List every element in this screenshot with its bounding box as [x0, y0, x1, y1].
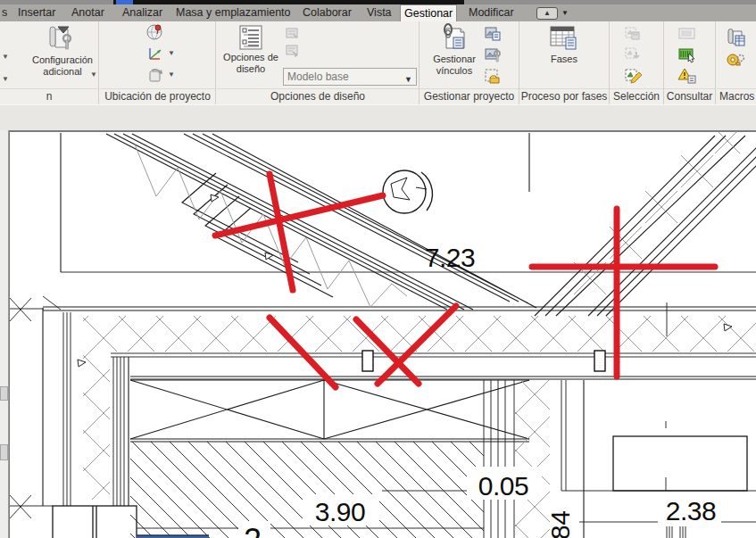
- tab-analizar[interactable]: Analizar: [119, 4, 166, 21]
- additional-settings-label-line2: adicional: [43, 66, 81, 78]
- decal-icon[interactable]: [484, 68, 502, 84]
- panel-manage-project-label[interactable]: Gestionar proyecto: [420, 88, 519, 104]
- manage-links-label-line1: Gestionar: [433, 54, 476, 65]
- drawing-canvas[interactable]: 7.23 0.05 3.90 2.38 84 2: [9, 130, 756, 538]
- macro-security-icon[interactable]: [726, 52, 744, 68]
- panel-phasing-label[interactable]: Proceso por fases: [519, 88, 609, 104]
- select-by-id-icon[interactable]: [677, 46, 695, 62]
- tab-insertar[interactable]: Insertar: [14, 4, 59, 21]
- subribbon-strip: [0, 104, 756, 131]
- manage-images-icon[interactable]: [484, 46, 502, 62]
- ribbon-tab-bar: s Insertar Anotar Analizar Masa y emplaz…: [0, 4, 756, 21]
- additional-settings-button[interactable]: Configuración adicional: [27, 24, 98, 78]
- design-options-label-line1: Opciones de: [223, 52, 278, 63]
- dim-label-small: 0.05: [478, 471, 528, 501]
- detail-callout-symbol[interactable]: [383, 170, 432, 213]
- dim-label-roof: 7.23: [425, 243, 475, 272]
- position-dropdown-icon[interactable]: ▼: [168, 70, 175, 79]
- clipped-dropdown-icon[interactable]: ▼: [2, 53, 9, 61]
- panel-inquiry-label[interactable]: Consultar: [664, 88, 715, 104]
- design-options-button[interactable]: Opciones de diseño: [220, 23, 282, 75]
- red-markup-strokes: [215, 174, 715, 387]
- panel-manage-project: Gestionar vínculos: [420, 21, 519, 104]
- phases-icon: [548, 23, 580, 54]
- load-selection-icon[interactable]: [624, 46, 642, 62]
- additional-settings-icon: [47, 24, 78, 54]
- red-cross-1-stroke-a: [270, 174, 293, 290]
- ribbon-options-arrow-icon[interactable]: ▼: [561, 9, 569, 17]
- panel-project-location: ▼ ▼ Ubicación de proyecto: [100, 21, 216, 104]
- additional-settings-dropdown-icon[interactable]: ▼: [90, 70, 97, 79]
- revit-window: { "tab_bar": { "tabs": [ {"label": "s", …: [0, 0, 756, 538]
- manage-links-button[interactable]: Gestionar vínculos: [427, 23, 482, 77]
- design-options-label-line2: diseño: [237, 63, 265, 75]
- tab-masa-emplazamiento[interactable]: Masa y emplazamiento: [172, 4, 295, 21]
- position-icon[interactable]: [146, 66, 164, 82]
- panel-phasing: Fases Proceso por fases: [519, 21, 610, 104]
- selection-ids-icon[interactable]: [677, 26, 695, 42]
- design-options-icon: [237, 23, 265, 52]
- tab-colaborar[interactable]: Colaborar: [299, 4, 355, 21]
- panel-settings-label[interactable]: n: [0, 88, 98, 104]
- tab-clipped[interactable]: s: [0, 4, 11, 21]
- clipped-dropdown-icon[interactable]: ▼: [2, 75, 9, 83]
- tab-gestionar[interactable]: Gestionar: [400, 4, 457, 21]
- location-icon[interactable]: [146, 23, 164, 39]
- panel-design-options-label[interactable]: Opciones de diseño: [217, 88, 419, 104]
- save-selection-icon[interactable]: [624, 26, 642, 42]
- phases-button[interactable]: Fases: [537, 23, 591, 65]
- panel-inquiry: Consultar: [664, 21, 716, 104]
- floor-plan-drawing: 7.23 0.05 3.90 2.38 84 2: [10, 132, 756, 538]
- panel-design-options: Opciones de diseño Modelo base ▼ Opcione…: [217, 21, 420, 104]
- panel-macros: Macros: [717, 21, 756, 104]
- dim-label-partial: 2: [244, 522, 262, 538]
- image-icon[interactable]: [484, 25, 502, 41]
- phases-label: Fases: [551, 54, 577, 65]
- panel-macros-label[interactable]: Macros: [717, 88, 756, 104]
- accept-primary-icon[interactable]: [285, 44, 303, 60]
- roof-lattice: [574, 132, 740, 294]
- dim-label-vertical: 84: [545, 511, 575, 538]
- coordinates-icon[interactable]: [146, 45, 164, 61]
- design-option-select-value: Modelo base: [287, 70, 349, 83]
- panel-selection-label[interactable]: Selección: [610, 88, 663, 104]
- macro-manager-icon[interactable]: [726, 29, 744, 45]
- edit-selection-icon[interactable]: [624, 67, 642, 83]
- tab-vista[interactable]: Vista: [363, 4, 395, 21]
- viewport-left-edge[interactable]: [0, 130, 9, 538]
- pick-to-edit-icon[interactable]: [285, 27, 303, 43]
- panel-selection: Selección: [610, 21, 664, 104]
- ribbon-collapse-icon[interactable]: ▲: [536, 7, 558, 20]
- manage-links-icon: [439, 23, 469, 54]
- panel-settings: ▼ ▼ Configuración adicional ▼ n: [0, 21, 99, 104]
- ribbon: ▼ ▼ Configuración adicional ▼ n: [0, 21, 756, 104]
- combo-arrow-icon[interactable]: ▼: [404, 71, 412, 87]
- tab-anotar[interactable]: Anotar: [68, 4, 108, 21]
- additional-settings-label-line1: Configuración: [32, 54, 93, 66]
- warnings-icon[interactable]: [677, 67, 695, 83]
- left-edge-mark: [0, 386, 8, 401]
- ribbon-state-toggle[interactable]: ▲ ▼: [536, 7, 569, 19]
- panel-project-location-label[interactable]: Ubicación de proyecto: [100, 88, 215, 104]
- manage-links-label-line2: vínculos: [436, 65, 472, 77]
- dim-label-right: 2.38: [666, 496, 716, 526]
- design-option-select[interactable]: Modelo base ▼: [283, 68, 417, 86]
- dim-label-room: 3.90: [315, 497, 365, 526]
- tab-modificar[interactable]: Modificar: [465, 4, 518, 21]
- coordinates-dropdown-icon[interactable]: ▼: [168, 49, 175, 57]
- left-edge-mark: [0, 444, 8, 460]
